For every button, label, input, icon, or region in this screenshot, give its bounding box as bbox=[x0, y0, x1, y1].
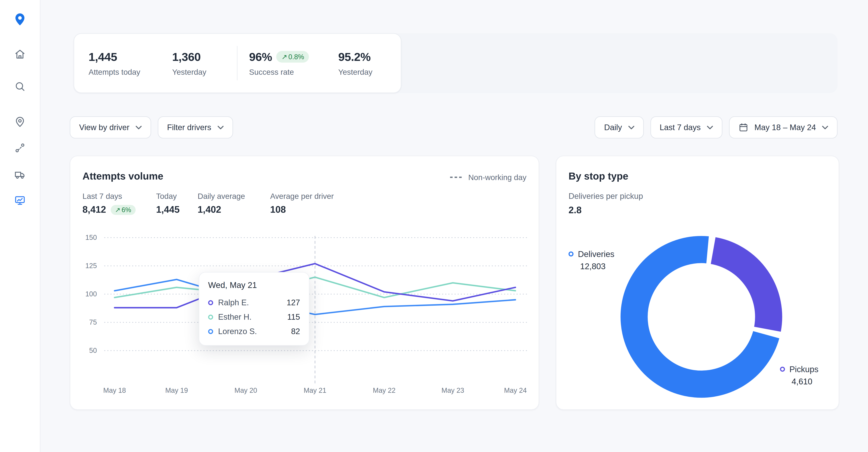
sidebar-item-analytics-active[interactable] bbox=[10, 191, 30, 210]
success-yesterday-label: Yesterday bbox=[338, 67, 372, 76]
date-range-label: May 18 – May 24 bbox=[754, 123, 816, 132]
average-per-driver-label: Average per driver bbox=[270, 192, 334, 201]
by-stop-type-card: By stop type Deliveries per pickup 2.8 D… bbox=[556, 156, 839, 410]
legend-pickups: Pickups 4,610 bbox=[780, 365, 818, 386]
summary-stats-card: 1,445 Attempts today 1,360 Yesterday 96%… bbox=[73, 33, 401, 93]
chevron-down-icon bbox=[628, 125, 634, 129]
last-7-days-delta: 6% bbox=[122, 206, 131, 214]
trend-up-arrow-icon: ↗ bbox=[281, 53, 287, 61]
deliveries-label: Deliveries bbox=[578, 249, 614, 259]
average-per-driver-value: 108 bbox=[270, 204, 334, 216]
success-rate-delta-badge: ↗0.8% bbox=[277, 51, 309, 63]
svg-text:May 22: May 22 bbox=[373, 387, 396, 394]
divider bbox=[237, 46, 238, 80]
stat-attempts-yesterday: 1,360 Yesterday bbox=[172, 50, 237, 76]
success-rate-label: Success rate bbox=[249, 67, 338, 76]
non-working-day-legend: Non-working day bbox=[450, 173, 526, 182]
tooltip-date: Wed, May 21 bbox=[208, 280, 300, 290]
by-stop-type-title: By stop type bbox=[568, 171, 628, 182]
map-pin-logo-icon bbox=[13, 12, 27, 27]
attempts-volume-title: Attempts volume bbox=[83, 171, 163, 182]
view-by-driver-dropdown[interactable]: View by driver bbox=[70, 116, 151, 139]
driver-value: 82 bbox=[291, 327, 300, 336]
tooltip-row-esther: Esther H. 115 bbox=[208, 310, 300, 324]
stat-last-7-days: Last 7 days 8,412 ↗6% bbox=[83, 192, 156, 216]
sidebar-item-routes[interactable] bbox=[10, 138, 30, 158]
app-logo[interactable] bbox=[12, 11, 28, 28]
stop-type-donut-chart[interactable] bbox=[610, 225, 793, 409]
success-rate-delta: 0.8% bbox=[288, 53, 304, 61]
granularity-label: Daily bbox=[604, 123, 622, 132]
sidebar bbox=[0, 0, 40, 452]
non-working-day-label: Non-working day bbox=[468, 173, 526, 182]
svg-text:150: 150 bbox=[85, 234, 97, 241]
attempts-today-value: 1,445 bbox=[89, 50, 172, 63]
calendar-icon bbox=[738, 122, 748, 133]
filter-toolbar: View by driver Filter drivers Daily Last… bbox=[70, 116, 838, 139]
left-filters: View by driver Filter drivers bbox=[70, 116, 233, 139]
svg-text:May 24: May 24 bbox=[504, 387, 527, 394]
date-range-picker[interactable]: May 18 – May 24 bbox=[729, 116, 838, 139]
pickups-marker-icon bbox=[780, 367, 785, 372]
deliveries-marker-icon bbox=[568, 252, 574, 256]
dashed-line-icon bbox=[450, 176, 463, 178]
stat-average-per-driver: Average per driver 108 bbox=[270, 192, 334, 216]
chevron-down-icon bbox=[822, 125, 828, 129]
success-rate-value: 96% bbox=[249, 50, 272, 63]
svg-text:50: 50 bbox=[89, 347, 97, 354]
svg-text:May 19: May 19 bbox=[165, 387, 188, 394]
sidebar-item-locations[interactable] bbox=[10, 112, 30, 132]
last-7-days-label: Last 7 days bbox=[83, 192, 156, 201]
attempts-volume-card: Attempts volume Non-working day Last 7 d… bbox=[70, 156, 539, 410]
filter-drivers-label: Filter drivers bbox=[167, 123, 211, 132]
daily-average-label: Daily average bbox=[198, 192, 270, 201]
stat-success-yesterday: 95.2% Yesterday bbox=[338, 50, 372, 76]
chevron-down-icon bbox=[135, 125, 142, 129]
summary-band: 1,445 Attempts today 1,360 Yesterday 96%… bbox=[73, 33, 837, 93]
chevron-down-icon bbox=[217, 125, 223, 129]
driver-name: Esther H. bbox=[218, 312, 282, 321]
granularity-dropdown[interactable]: Daily bbox=[595, 116, 644, 139]
svg-text:125: 125 bbox=[85, 262, 97, 270]
filter-drivers-dropdown[interactable]: Filter drivers bbox=[158, 116, 233, 139]
success-yesterday-value: 95.2% bbox=[338, 50, 372, 63]
stat-daily-average: Daily average 1,402 bbox=[198, 192, 270, 216]
search-icon bbox=[14, 80, 26, 92]
driver-value: 127 bbox=[287, 298, 300, 307]
svg-text:May 18: May 18 bbox=[103, 387, 126, 394]
sidebar-item-search[interactable] bbox=[10, 76, 30, 96]
svg-text:May 20: May 20 bbox=[235, 387, 257, 394]
daily-average-value: 1,402 bbox=[198, 204, 270, 216]
tooltip-row-ralph: Ralph E. 127 bbox=[208, 295, 300, 310]
svg-text:100: 100 bbox=[85, 290, 97, 298]
chevron-down-icon bbox=[707, 125, 713, 129]
series-marker-icon bbox=[208, 314, 213, 319]
chart-tooltip: Wed, May 21 Ralph E. 127 Esther H. 115 L… bbox=[199, 272, 309, 345]
app-root: 1,445 Attempts today 1,360 Yesterday 96%… bbox=[0, 0, 868, 452]
location-pin-icon bbox=[14, 116, 26, 128]
tooltip-row-lorenzo: Lorenzo S. 82 bbox=[208, 324, 300, 338]
series-marker-icon bbox=[208, 300, 213, 305]
trend-up-arrow-icon: ↗ bbox=[115, 206, 121, 214]
analytics-monitor-icon bbox=[14, 195, 26, 207]
today-value: 1,445 bbox=[156, 204, 198, 216]
attempts-stats-row: Last 7 days 8,412 ↗6% Today 1,445 Daily … bbox=[83, 192, 334, 216]
attempts-yesterday-label: Yesterday bbox=[172, 67, 237, 76]
svg-text:May 21: May 21 bbox=[304, 387, 327, 394]
driver-name: Ralph E. bbox=[218, 298, 282, 307]
home-icon bbox=[14, 48, 26, 60]
last-7-days-value: 8,412 bbox=[83, 204, 106, 216]
stat-attempts-today: 1,445 Attempts today bbox=[89, 50, 172, 76]
driver-name: Lorenzo S. bbox=[218, 327, 286, 336]
last-7-days-delta-badge: ↗6% bbox=[111, 205, 136, 215]
deliveries-per-pickup-label: Deliveries per pickup bbox=[568, 192, 643, 201]
view-by-driver-label: View by driver bbox=[79, 123, 129, 132]
sidebar-item-home[interactable] bbox=[10, 44, 30, 64]
deliveries-value: 12,803 bbox=[580, 261, 614, 271]
range-preset-dropdown[interactable]: Last 7 days bbox=[650, 116, 722, 139]
driver-value: 115 bbox=[287, 312, 300, 321]
range-preset-label: Last 7 days bbox=[659, 123, 701, 132]
truck-icon bbox=[14, 168, 26, 180]
sidebar-item-fleet[interactable] bbox=[10, 165, 30, 185]
series-marker-icon bbox=[208, 329, 213, 334]
